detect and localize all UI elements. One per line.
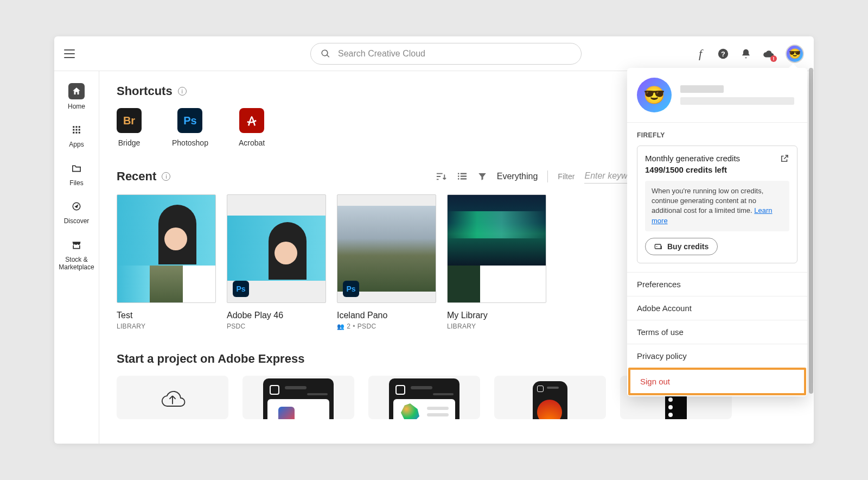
profile-popover: 😎 FIREFLY Monthly generative credits 149… xyxy=(627,68,807,396)
card-subtitle: LIBRARY xyxy=(117,323,216,330)
nav-label: Stock & Marketplace xyxy=(58,256,95,271)
folder-icon xyxy=(69,161,84,176)
card-subtitle: LIBRARY xyxy=(447,323,546,330)
open-external-icon[interactable] xyxy=(780,154,789,166)
svg-rect-6 xyxy=(76,129,78,131)
filter-everything[interactable]: Everything xyxy=(497,172,538,181)
buy-credits-button[interactable]: Buy credits xyxy=(645,238,718,255)
menu-adobe-account[interactable]: Adobe Account xyxy=(627,296,807,320)
svg-rect-13 xyxy=(461,173,467,174)
info-icon[interactable]: i xyxy=(178,87,187,96)
scrollbar[interactable] xyxy=(809,68,813,394)
nav-discover[interactable]: Discover xyxy=(58,199,95,225)
recent-card[interactable]: Ps Adobe Play 46 PSDC xyxy=(227,194,326,330)
svg-rect-9 xyxy=(76,132,78,134)
fonts-icon[interactable]: f xyxy=(694,48,706,60)
app-window: f ? ! 😎 Home xyxy=(54,36,814,444)
firefly-label: FIREFLY xyxy=(637,131,797,139)
svg-rect-8 xyxy=(73,132,74,134)
nav-label: Apps xyxy=(69,141,84,148)
svg-rect-16 xyxy=(458,178,459,179)
credits-box: Monthly generative credits 1499/1500 cre… xyxy=(637,146,797,263)
card-title: My Library xyxy=(447,311,546,320)
filter-funnel-icon[interactable] xyxy=(477,172,487,181)
nav-stock[interactable]: Stock & Marketplace xyxy=(58,237,95,271)
notifications-icon[interactable] xyxy=(740,48,752,60)
thumbnail xyxy=(447,194,546,303)
menu-privacy[interactable]: Privacy policy xyxy=(627,344,807,368)
svg-rect-2 xyxy=(73,127,74,128)
menu-button[interactable] xyxy=(64,49,75,58)
credits-icon xyxy=(654,243,663,250)
thumbnail: Ps xyxy=(337,194,436,303)
nav-files[interactable]: Files xyxy=(58,161,95,187)
sort-icon[interactable] xyxy=(435,172,447,181)
credits-note: When you're running low on credits, cont… xyxy=(645,181,789,231)
acrobat-icon xyxy=(239,108,264,133)
shortcuts-title: Shortcuts xyxy=(117,84,173,98)
home-icon xyxy=(68,83,85,99)
nav-home[interactable]: Home xyxy=(58,83,95,110)
ps-badge-icon: Ps xyxy=(343,281,359,297)
svg-rect-3 xyxy=(76,127,78,128)
shortcut-acrobat[interactable]: Acrobat xyxy=(239,108,265,147)
cloud-alert-badge: ! xyxy=(770,55,777,62)
shortcut-bridge[interactable]: Br Bridge xyxy=(117,108,142,147)
recent-card[interactable]: Ps Iceland Pano 👥 2 • PSDC xyxy=(337,194,436,330)
recent-card[interactable]: My Library LIBRARY xyxy=(447,194,546,330)
thumbnail: Ps xyxy=(227,194,326,303)
profile-avatar[interactable]: 😎 xyxy=(786,45,804,63)
shortcut-label: Photoshop xyxy=(172,138,208,147)
express-card-story[interactable] xyxy=(494,376,606,419)
express-title: Start a project on Adobe Express xyxy=(117,352,304,366)
popover-header: 😎 xyxy=(627,68,807,122)
express-card-instagram-post[interactable] xyxy=(242,376,354,419)
card-subtitle: PSDC xyxy=(227,323,326,330)
express-card-upload[interactable] xyxy=(117,376,228,419)
shortcut-photoshop[interactable]: Ps Photoshop xyxy=(172,108,208,147)
thumbnail xyxy=(117,194,216,303)
list-view-icon[interactable] xyxy=(457,172,468,181)
express-card-document[interactable] xyxy=(368,376,480,419)
nav-apps[interactable]: Apps xyxy=(58,122,95,148)
recent-header: Recent i xyxy=(117,169,170,184)
sidebar: Home Apps Files Discover xyxy=(54,71,99,444)
popover-menu: Preferences Adobe Account Terms of use P… xyxy=(627,272,807,395)
search-icon xyxy=(321,49,330,59)
svg-rect-10 xyxy=(79,132,80,134)
menu-sign-out[interactable]: Sign out xyxy=(628,368,806,395)
photoshop-icon: Ps xyxy=(177,108,202,133)
menu-preferences[interactable]: Preferences xyxy=(627,272,807,296)
menu-terms[interactable]: Terms of use xyxy=(627,320,807,344)
firefly-section: FIREFLY Monthly generative credits 1499/… xyxy=(627,122,807,272)
svg-text:?: ? xyxy=(721,49,725,58)
store-icon xyxy=(69,237,84,252)
recent-card[interactable]: Test LIBRARY xyxy=(117,194,216,330)
nav-label: Home xyxy=(68,103,85,110)
svg-rect-12 xyxy=(458,173,459,174)
search-input[interactable] xyxy=(338,49,571,59)
divider xyxy=(547,170,548,182)
nav-label: Files xyxy=(69,179,83,187)
bridge-icon: Br xyxy=(117,108,142,133)
help-icon[interactable]: ? xyxy=(717,48,729,60)
search-field[interactable] xyxy=(310,43,582,65)
svg-rect-5 xyxy=(73,129,74,131)
card-title: Test xyxy=(117,311,216,320)
cloud-upload-icon xyxy=(156,384,189,411)
header-icons: f ? ! 😎 xyxy=(694,45,804,63)
cloud-sync-icon[interactable]: ! xyxy=(763,48,775,60)
info-icon[interactable]: i xyxy=(162,172,170,181)
svg-rect-19 xyxy=(655,244,661,249)
credits-title: Monthly generative credits xyxy=(645,154,740,163)
card-title: Iceland Pano xyxy=(337,311,436,320)
svg-rect-15 xyxy=(461,175,467,176)
popover-avatar: 😎 xyxy=(637,78,672,112)
user-info-redacted xyxy=(680,85,797,105)
filter-label: Filter xyxy=(558,172,575,181)
svg-rect-17 xyxy=(461,178,467,179)
credits-count: 1499/1500 credits left xyxy=(645,165,740,174)
recent-title: Recent xyxy=(117,169,156,184)
svg-rect-7 xyxy=(79,129,80,131)
ps-badge-icon: Ps xyxy=(233,281,249,297)
